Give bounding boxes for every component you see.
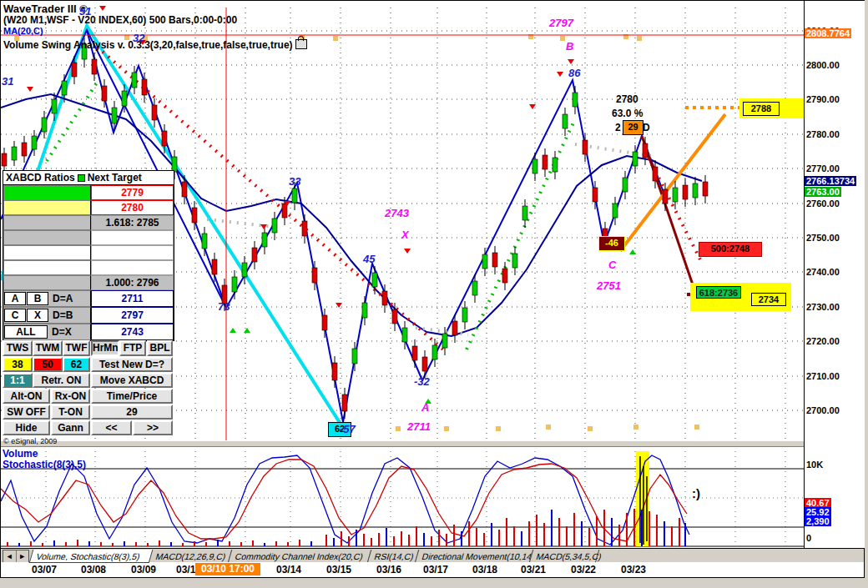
target-callout-5002748: 500:2748: [699, 242, 762, 257]
point-toggle-x[interactable]: X: [27, 309, 48, 322]
ratio-row[interactable]: 2780: [3, 200, 174, 215]
date-axis[interactable]: 03/0703/0803/0903/1003/1403/1503/1603/17…: [1, 562, 864, 577]
tab-label: MACD(5,34,5,C): [535, 551, 603, 561]
candle: [22, 143, 27, 156]
candle: [212, 259, 217, 274]
panel-button-gann[interactable]: Gann: [51, 420, 90, 435]
candle: [162, 131, 167, 146]
candle: [633, 152, 638, 166]
chart-annotation-630: 63.0 %: [612, 108, 643, 118]
axis-price-label: 2780.00: [806, 129, 840, 139]
tab-directional-movement-10-14-[interactable]: Directional Movement(10,14): [415, 550, 534, 563]
panel-button-bpl[interactable]: BPL: [147, 340, 173, 356]
ratio-row[interactable]: [3, 230, 174, 245]
ratio-row[interactable]: 2779: [3, 185, 174, 200]
candle: [583, 140, 588, 154]
down-triangle-marker: [99, 6, 106, 11]
green-square-icon[interactable]: [78, 174, 85, 182]
ratio-row[interactable]: 1.618: 2785: [3, 215, 174, 230]
candle: [683, 185, 688, 199]
axis-value-badge: 2766.13734: [805, 176, 856, 186]
date-tick-0307: 03/07: [32, 564, 57, 575]
candle: [52, 99, 57, 113]
panel-button-t-on[interactable]: T-ON: [51, 405, 90, 420]
candle: [693, 183, 698, 198]
cursor-date-badge: 03/10 17:00: [195, 563, 260, 575]
tab-macd-12-26-9-c-[interactable]: MACD(12,26,9,C): [149, 550, 233, 563]
panel-splitter[interactable]: [1, 440, 804, 447]
tab-scroll-left-icon[interactable]: ◄: [3, 550, 17, 563]
panel-button--[interactable]: >>: [133, 420, 173, 435]
candle: [372, 273, 377, 287]
panel-button-ftp[interactable]: FTP: [119, 340, 146, 356]
axis-value-badge: 2,390: [805, 516, 831, 526]
tab-scroll-right-icon[interactable]: ►: [17, 550, 29, 563]
down-triangle-marker: [27, 87, 33, 92]
axis-value-badge: 2808.7764: [805, 28, 851, 38]
candle: [322, 315, 327, 330]
panel-button-time-price[interactable]: Time/Price: [91, 389, 173, 404]
panel-button-test-new-d-[interactable]: Test New D=?: [91, 357, 173, 372]
date-tick-0309: 03/09: [131, 564, 156, 575]
lock-icon[interactable]: [295, 39, 307, 49]
panel-button-sw-off[interactable]: SW OFF: [3, 405, 50, 420]
candle: [482, 254, 487, 269]
panel-button-alt-on[interactable]: Alt-ON: [3, 389, 50, 404]
chart-annotation-2711: 2711: [407, 421, 431, 432]
candle: [142, 79, 147, 95]
price-axis[interactable]: 2810.002800.002790.002780.002770.002760.…: [804, 1, 865, 548]
chart-annotation-57: -57: [340, 424, 356, 435]
candle: [573, 93, 578, 107]
point-row: ABD=A2711: [3, 290, 174, 307]
candle: [302, 221, 307, 236]
candle: [392, 309, 397, 324]
candle: [312, 268, 317, 283]
point-toggle-c[interactable]: C: [4, 309, 26, 322]
chart-annotation-: :): [692, 487, 700, 500]
candle: [262, 233, 267, 247]
candle: [232, 277, 237, 292]
tab-label: RSI(14,C): [373, 551, 415, 561]
indicator-tabbar: ◄ ► Volume, Stochastic(8(3),5)MACD(12,26…: [1, 548, 864, 563]
date-tick-0317: 03/17: [423, 564, 448, 575]
candle: [382, 291, 387, 305]
date-tick-0316: 03/16: [376, 564, 401, 575]
panel-button-hrmn[interactable]: HrMn: [91, 340, 119, 356]
axis-price-label: 2790.00: [806, 94, 840, 104]
panel-button-29[interactable]: 29: [91, 405, 173, 420]
ratio-row[interactable]: [3, 245, 174, 260]
ratio-row[interactable]: 1.000: 2796: [3, 275, 174, 290]
point-toggle-all[interactable]: ALL: [4, 325, 48, 339]
tab-rsi-14-c-[interactable]: RSI(14,C): [367, 550, 420, 563]
panel-button-62[interactable]: 62: [63, 357, 90, 372]
tab-macd-5-34-5-c-[interactable]: MACD(5,34,5,C): [529, 550, 600, 563]
panel-button-hide[interactable]: Hide: [3, 420, 50, 435]
point-toggle-b[interactable]: B: [27, 292, 48, 305]
panel-button-38[interactable]: 38: [3, 357, 33, 372]
date-tick-0318: 03/18: [472, 564, 497, 575]
candle: [412, 346, 417, 360]
ratio-row[interactable]: [3, 260, 174, 275]
panel-button-twm[interactable]: TWM: [33, 340, 63, 356]
chart-annotation-86: 86: [568, 68, 580, 78]
panel-button-50[interactable]: 50: [33, 357, 63, 372]
target-callout-6182736: 618:2736: [696, 286, 741, 299]
chart-annotation-31: 31: [2, 76, 13, 87]
volume-panel-label: Volume: [3, 448, 38, 460]
candle: [152, 105, 157, 120]
ratios-table-header: XABCD Ratios Next Target: [3, 171, 174, 185]
panel-button-twf[interactable]: TWF: [63, 340, 90, 356]
candle: [593, 188, 598, 202]
candle: [563, 114, 568, 128]
chart-line: [642, 136, 696, 294]
panel-button-1-1[interactable]: 1:1: [3, 373, 33, 388]
panel-button--[interactable]: <<: [91, 420, 132, 435]
axis-price-label: 2800.00: [806, 60, 840, 70]
tab-volume-stochastic-8-3-5-[interactable]: Volume, Stochastic(8(3),5): [29, 550, 154, 563]
tab-commodity-channel-index-20-c-[interactable]: Commodity Channel Index(20,C): [228, 550, 372, 563]
panel-button-rx-on[interactable]: Rx-ON: [51, 389, 90, 404]
panel-button-tws[interactable]: TWS: [3, 340, 33, 356]
point-toggle-a[interactable]: A: [4, 292, 26, 305]
panel-button-move-xabcd[interactable]: Move XABCD: [91, 373, 173, 388]
panel-button-retr-on[interactable]: Retr. ON: [33, 373, 90, 388]
